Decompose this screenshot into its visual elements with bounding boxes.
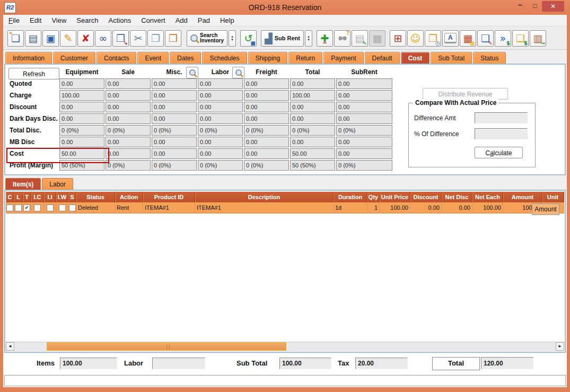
menu-actions[interactable]: Actions: [109, 16, 131, 24]
misc-lookup-button[interactable]: [186, 67, 198, 78]
cost-cell[interactable]: 0.00: [106, 78, 151, 89]
cost-cell[interactable]: 0.00: [106, 137, 151, 147]
paste-button[interactable]: ❒: [165, 30, 181, 47]
tab-cost[interactable]: Cost: [401, 52, 430, 64]
tab-labor[interactable]: Labor: [42, 178, 73, 190]
rubik-cubes-button[interactable]: ▦▦: [460, 30, 476, 47]
checkbox-i-w[interactable]: [59, 204, 66, 211]
cost-cell[interactable]: 50 (50%): [59, 160, 104, 171]
cost-cell[interactable]: 0 (0%): [336, 160, 392, 171]
pct-of-difference-field[interactable]: [475, 128, 528, 139]
cell-qty[interactable]: 1: [367, 202, 380, 213]
cost-cell[interactable]: 0.00: [152, 78, 197, 89]
cost-cell[interactable]: 0.00: [59, 78, 104, 89]
cost-cell[interactable]: 0.00: [106, 102, 151, 112]
tab-information[interactable]: Information: [5, 52, 52, 64]
maximize-button[interactable]: □: [528, 1, 542, 12]
cost-cell[interactable]: 0.00: [198, 78, 243, 89]
menu-edit[interactable]: Edit: [30, 16, 41, 24]
tab-event[interactable]: Event: [137, 52, 169, 64]
cost-cell[interactable]: 0.00: [244, 78, 289, 89]
refresh-button[interactable]: Refresh: [8, 68, 59, 79]
cost-cell[interactable]: 0.00: [290, 78, 335, 89]
cost-cell[interactable]: 0.00: [152, 113, 197, 124]
cost-cell[interactable]: 50.00: [290, 148, 335, 159]
cost-cell[interactable]: 0 (0%): [106, 125, 151, 136]
cost-cell[interactable]: 0.00: [290, 137, 335, 147]
horizontal-scrollbar[interactable]: ◄ ►: [6, 342, 564, 351]
cell-status[interactable]: Deleted: [76, 202, 115, 213]
cost-cell[interactable]: 0.00: [106, 90, 151, 101]
checkbox-l[interactable]: [15, 204, 22, 211]
cell-duration[interactable]: 1d: [334, 202, 367, 213]
cell-description[interactable]: ITEMA#1: [195, 202, 334, 213]
scroll-left-button[interactable]: ◄: [6, 342, 14, 351]
paste-special-button[interactable]: ❐↘: [112, 30, 129, 47]
cost-cell[interactable]: 0.00: [198, 113, 243, 124]
minimize-button[interactable]: –: [513, 1, 527, 12]
menu-view[interactable]: View: [51, 16, 66, 24]
cost-cell[interactable]: 0.00: [244, 102, 289, 112]
tab-dates[interactable]: Dates: [170, 52, 201, 64]
tab-sub-total[interactable]: Sub Total: [431, 52, 472, 64]
cost-cell[interactable]: 0 (0%): [336, 125, 392, 136]
cost-cell[interactable]: 0.00: [59, 102, 104, 112]
copy-button[interactable]: ❐: [147, 30, 164, 47]
org-chart-button[interactable]: ⊞: [390, 30, 406, 47]
cost-cell[interactable]: 0 (0%): [290, 125, 335, 136]
cost-cell[interactable]: 0.00: [336, 90, 392, 101]
cost-cell[interactable]: 0 (0%): [59, 125, 104, 136]
truck-button[interactable]: ▥↪: [530, 30, 546, 47]
scroll-right-button[interactable]: ►: [556, 342, 564, 351]
cost-cell[interactable]: 0 (0%): [244, 160, 289, 171]
menu-convert[interactable]: Convert: [141, 16, 165, 24]
cost-cell[interactable]: 0.00: [106, 113, 151, 124]
cost-cell[interactable]: 0.00: [152, 137, 197, 147]
convert-order-button[interactable]: ↺■: [240, 30, 257, 47]
keyboard-key-button[interactable]: A: [442, 30, 459, 47]
difference-amt-field[interactable]: [475, 112, 528, 123]
sub-rent-dropdown[interactable]: ▾▾: [305, 30, 312, 47]
cost-cell[interactable]: 0.00: [336, 78, 392, 89]
delete-button[interactable]: ✘: [77, 30, 94, 47]
menu-help[interactable]: Help: [220, 16, 234, 24]
cost-cell[interactable]: 0 (0%): [106, 160, 151, 171]
cost-cell[interactable]: 0.00: [290, 113, 335, 124]
save-button[interactable]: ▣: [42, 30, 59, 47]
calculate-button[interactable]: Calculate: [475, 147, 523, 158]
h-scrollbar-thumb[interactable]: [47, 342, 286, 351]
cost-cell[interactable]: 0.00: [336, 137, 392, 147]
cost-cell[interactable]: 50 (50%): [290, 160, 335, 171]
cost-cell[interactable]: 0 (0%): [152, 160, 197, 171]
edit-document-button[interactable]: ❏✎: [477, 30, 494, 47]
menu-file[interactable]: File: [8, 16, 20, 24]
tab-payment[interactable]: Payment: [323, 52, 363, 64]
cell-net-each[interactable]: 100.00: [472, 202, 503, 213]
close-button[interactable]: ✕: [542, 1, 564, 12]
labor-lookup-button[interactable]: [232, 67, 244, 78]
sub-rent-button[interactable]: ▟Sub Rent: [261, 30, 304, 47]
cost-cell[interactable]: 0.00: [152, 102, 197, 112]
print-button[interactable]: ▤: [25, 30, 41, 47]
cell-net-disc[interactable]: 0.00: [442, 202, 472, 213]
sub-total-field[interactable]: [279, 358, 331, 369]
search-inventory-button[interactable]: SearchInventory: [187, 30, 227, 47]
group-availability-button[interactable]: ●●?: [334, 30, 350, 47]
cost-cell[interactable]: 0.00: [59, 137, 104, 147]
folder-clock-button[interactable]: ❒◷: [425, 30, 441, 47]
cost-cell[interactable]: 100.00: [59, 90, 104, 101]
smiley-button[interactable]: ☺: [407, 30, 424, 47]
tab-item-s[interactable]: Item(s): [5, 178, 41, 190]
cell-discount[interactable]: 0.00: [410, 202, 442, 213]
cost-cell[interactable]: 0.00: [59, 113, 104, 124]
labor-total-field[interactable]: [152, 358, 205, 369]
tab-schedules[interactable]: Schedules: [202, 52, 247, 64]
checkbox-i-i[interactable]: [47, 204, 54, 211]
cost-cell[interactable]: 0.00: [198, 137, 243, 147]
notes-pad-button[interactable]: ▤✎: [352, 30, 368, 47]
tab-customer[interactable]: Customer: [53, 52, 95, 64]
checkbox-s[interactable]: [69, 204, 76, 211]
checkbox-t[interactable]: ✔: [23, 204, 30, 211]
items-total-field[interactable]: [60, 358, 117, 369]
cost-cell[interactable]: 0.00: [290, 102, 335, 112]
